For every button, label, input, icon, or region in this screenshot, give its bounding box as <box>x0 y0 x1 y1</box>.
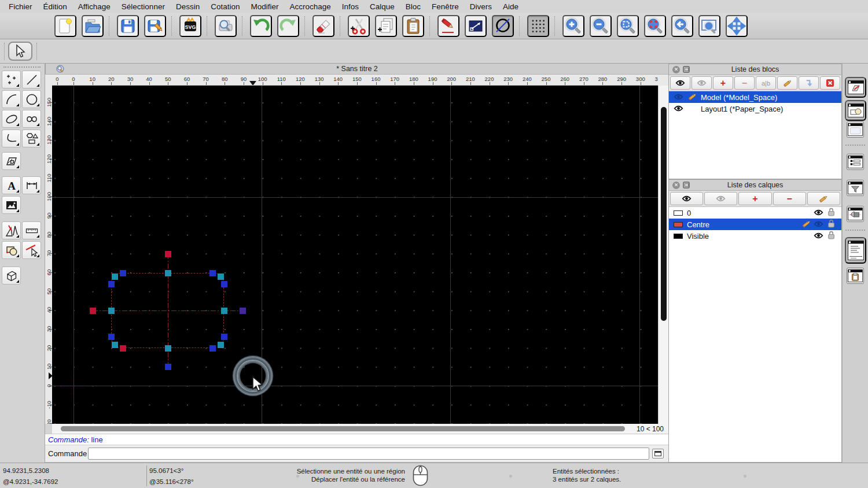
selection-handle-cyan[interactable] <box>112 342 118 348</box>
command-input[interactable] <box>88 448 649 460</box>
copy-button[interactable] <box>375 15 397 37</box>
remove-block-button[interactable]: − <box>734 76 755 90</box>
print-preview-button[interactable] <box>215 15 237 37</box>
visibility-eye-icon[interactable] <box>674 105 683 113</box>
edit-layer-button[interactable] <box>807 192 840 205</box>
grid-toggle-button[interactable] <box>527 15 549 37</box>
remove-layer-button[interactable]: − <box>773 192 806 205</box>
block-row[interactable]: Model (*Model_Space) <box>669 91 841 103</box>
selection-handle-blue[interactable] <box>108 334 115 340</box>
selection-handle-blue[interactable] <box>120 270 126 276</box>
vertical-scrollbar-thumb[interactable] <box>661 107 667 321</box>
draft-mode-button[interactable] <box>492 15 514 37</box>
selection-handle-cyan[interactable] <box>165 345 171 352</box>
edit-block-button[interactable] <box>777 76 797 90</box>
zoom-selection-button[interactable] <box>644 15 666 37</box>
line-tool-button[interactable] <box>22 71 41 88</box>
delete-block-button[interactable] <box>820 76 840 90</box>
document-titlebar[interactable]: * Sans titre 2 <box>45 64 668 75</box>
selection-handle-cyan[interactable] <box>108 308 115 314</box>
lock-icon[interactable] <box>827 208 839 218</box>
text-tool-button[interactable]: A <box>2 176 21 194</box>
visibility-eye-icon[interactable] <box>814 209 827 217</box>
lock-icon[interactable] <box>827 231 839 241</box>
selection-handle-cyan[interactable] <box>221 308 227 314</box>
menu-dessin[interactable]: Dessin <box>176 2 200 11</box>
edit-pencil-icon[interactable] <box>802 219 814 230</box>
selection-handle-cyan[interactable] <box>112 273 118 280</box>
visibility-eye-icon[interactable] <box>674 93 683 102</box>
selection-handle-blue[interactable] <box>221 281 227 287</box>
command-options-button[interactable] <box>652 449 664 459</box>
save-button[interactable] <box>117 15 139 37</box>
menu-divers[interactable]: Divers <box>470 2 492 11</box>
drawing-canvas[interactable] <box>52 86 658 424</box>
selection-handle-cyan[interactable] <box>218 273 224 280</box>
block-row[interactable]: Layout1 (*Paper_Space) <box>669 103 841 114</box>
show-all-button[interactable] <box>670 76 690 90</box>
selection-handle-blue[interactable] <box>209 270 216 276</box>
plot-window-toggle-button[interactable] <box>847 206 864 222</box>
horizontal-scrollbar-thumb[interactable] <box>61 426 625 431</box>
save-as-button[interactable] <box>144 15 166 37</box>
layer-row[interactable]: 0 <box>669 207 841 219</box>
select-tool-button[interactable] <box>8 42 32 61</box>
ellipse-tool-button[interactable] <box>2 110 21 128</box>
menu-accrochage[interactable]: Accrochage <box>289 2 330 11</box>
circle-tool-button[interactable] <box>22 90 41 108</box>
block-window-toggle-button[interactable] <box>845 77 866 98</box>
add-block-button[interactable]: + <box>713 76 733 90</box>
menu-infos[interactable]: Infos <box>342 2 359 11</box>
pen-edit-button[interactable] <box>437 15 459 37</box>
menu-calque[interactable]: Calque <box>370 2 395 11</box>
cube3d-tool-button[interactable] <box>2 267 21 284</box>
menu-fichier[interactable]: Fichier <box>9 2 32 11</box>
polyline-tool-button[interactable] <box>2 130 21 147</box>
undo-button[interactable] <box>250 15 272 37</box>
selection-handle-blue[interactable] <box>165 364 171 370</box>
vertical-scrollbar[interactable] <box>658 86 668 424</box>
visibility-eye-icon[interactable] <box>814 220 827 229</box>
zoom-in-button[interactable] <box>562 15 584 37</box>
menu-affichage[interactable]: Affichage <box>78 2 111 11</box>
add-layer-button[interactable]: + <box>738 192 771 205</box>
paste-button[interactable] <box>402 15 424 37</box>
hatch-tool-button[interactable] <box>2 152 21 170</box>
cut-button[interactable] <box>348 15 370 37</box>
image-tool-button[interactable] <box>2 196 21 214</box>
rename-block-button[interactable]: a|b <box>756 76 776 90</box>
menu-selectionner[interactable]: Sélectionner <box>122 2 165 11</box>
selection-handle-blue[interactable] <box>221 334 227 340</box>
points-tool-button[interactable] <box>2 71 21 88</box>
selection-handle-red[interactable] <box>120 345 126 352</box>
new-button[interactable] <box>54 15 76 37</box>
show-all-button[interactable] <box>670 192 703 205</box>
library-window-toggle-button[interactable] <box>845 100 866 121</box>
blank-window-toggle-button[interactable] <box>847 121 864 138</box>
pan-button[interactable] <box>726 15 748 37</box>
zoom-auto-button[interactable] <box>617 15 639 37</box>
selection-handle-cyan[interactable] <box>165 270 171 276</box>
selection-handle-red[interactable] <box>90 308 96 314</box>
menu-fenetre[interactable]: Fenêtre <box>432 2 459 11</box>
hide-all-button[interactable] <box>692 76 712 90</box>
selection-handle-cyan[interactable] <box>218 342 224 348</box>
insert-block-button[interactable] <box>799 76 819 90</box>
polygon-tool-button[interactable] <box>22 130 41 147</box>
hide-all-button[interactable] <box>704 192 737 205</box>
layer-list-window-toggle-button[interactable] <box>847 154 864 170</box>
open-button[interactable] <box>82 15 104 37</box>
menu-aide[interactable]: Aide <box>503 2 518 11</box>
horizontal-scrollbar[interactable]: 10 < 100 <box>52 424 668 434</box>
layer-row[interactable]: Centre <box>669 219 841 230</box>
zoom-window-button[interactable] <box>698 15 720 37</box>
select-entity-tool-button[interactable] <box>22 241 41 259</box>
redo-button[interactable] <box>277 15 299 37</box>
menu-modifier[interactable]: Modifier <box>251 2 278 11</box>
visibility-eye-icon[interactable] <box>814 232 827 241</box>
modify-tool-button[interactable] <box>2 221 21 239</box>
eraser-button[interactable] <box>312 15 334 37</box>
zoom-out-button[interactable] <box>590 15 612 37</box>
arc-tool-button[interactable] <box>2 90 21 108</box>
palette-handle[interactable] <box>3 66 41 68</box>
